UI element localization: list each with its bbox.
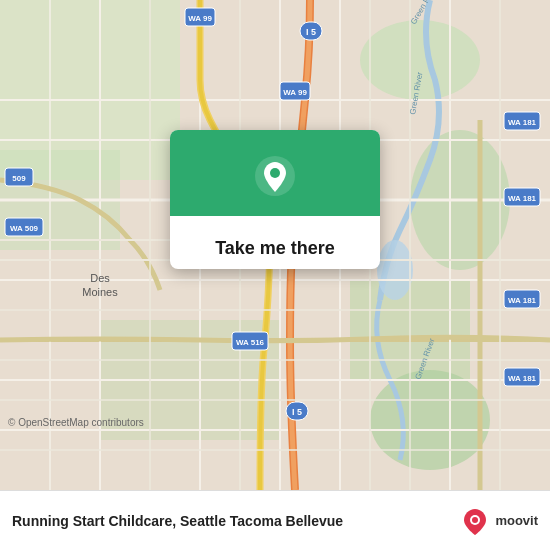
svg-point-6 — [370, 370, 490, 470]
pin-icon — [253, 154, 297, 198]
copyright-text: © OpenStreetMap contributors — [8, 417, 144, 428]
svg-text:I 5: I 5 — [306, 27, 316, 37]
svg-text:WA 181: WA 181 — [508, 194, 537, 203]
moovit-logo: moovit — [459, 505, 538, 537]
svg-text:WA 99: WA 99 — [283, 88, 307, 97]
svg-text:WA 181: WA 181 — [508, 118, 537, 127]
svg-text:509: 509 — [12, 174, 26, 183]
map-container[interactable]: WA 99 WA 99 I 5 I 5 509 WA 509 WA 516 WA… — [0, 0, 550, 490]
svg-text:WA 181: WA 181 — [508, 296, 537, 305]
bottom-bar: Running Start Childcare, Seattle Tacoma … — [0, 490, 550, 550]
svg-text:Des: Des — [90, 272, 110, 284]
svg-text:WA 99: WA 99 — [188, 14, 212, 23]
location-name: Running Start Childcare, Seattle Tacoma … — [12, 513, 449, 529]
svg-text:WA 516: WA 516 — [236, 338, 265, 347]
svg-text:Moines: Moines — [82, 286, 118, 298]
card-top — [170, 130, 380, 216]
svg-point-61 — [270, 168, 280, 178]
moovit-text: moovit — [495, 513, 538, 528]
svg-text:WA 509: WA 509 — [10, 224, 39, 233]
location-info: Running Start Childcare, Seattle Tacoma … — [12, 513, 449, 529]
take-me-there-button[interactable]: Take me there — [170, 226, 380, 269]
svg-text:WA 181: WA 181 — [508, 374, 537, 383]
moovit-icon — [459, 505, 491, 537]
svg-point-8 — [377, 240, 413, 300]
location-card[interactable]: Take me there — [170, 130, 380, 269]
svg-point-63 — [472, 517, 478, 523]
svg-text:I 5: I 5 — [292, 407, 302, 417]
